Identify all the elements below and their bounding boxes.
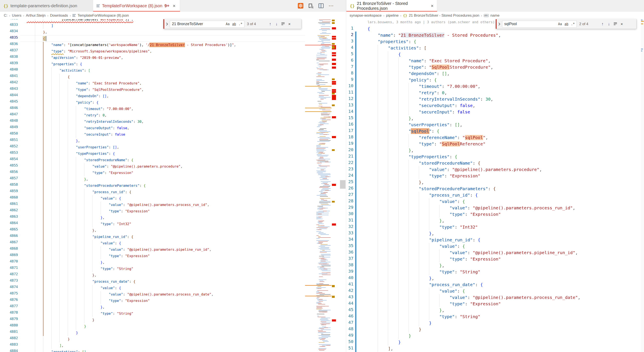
line-number[interactable]: 4838 [3,55,18,59]
regex-toggle[interactable]: .* [570,22,576,27]
code-line[interactable]: 4845 "policy": { [0,99,305,106]
code-line[interactable]: 4861 "value": "@pipeline().parameters.pr… [0,202,305,208]
line-number[interactable]: 4875 [3,291,18,295]
code-line[interactable]: 4851 }, [0,138,305,144]
line-number[interactable]: 4849 [3,125,18,129]
toggle-replace-icon[interactable] [164,22,170,26]
code-line[interactable]: 13 "secureOutput": false, [346,102,641,109]
code-line[interactable]: 4855 "value": "@pipeline().parameters.pr… [0,163,305,170]
code-line[interactable]: 19 "type": "SqlPoolReference" [346,141,641,147]
breadcrumb-symbol[interactable]: name [490,14,500,18]
code-line[interactable]: 44 "type": "Expression" [346,301,641,307]
code-line[interactable]: 4857 }, [0,176,305,182]
code-line[interactable]: 6 "name": "Exec Stored Procedure", [346,58,641,64]
line-number[interactable]: 36 [346,249,354,255]
line-number[interactable]: 4865 [3,227,18,231]
code-line[interactable]: 18 "referenceName": "sqlPool", [346,134,641,141]
line-number[interactable]: 4852 [3,144,18,148]
code-line[interactable]: 4842 "name": "Exec Stored Procedure", [0,80,305,87]
line-number[interactable]: 4842 [3,80,18,84]
line-number[interactable]: 20 [346,147,354,152]
code-line[interactable]: 4850 "secureInput": false [0,131,305,138]
line-number[interactable]: 12 [346,96,354,101]
code-line[interactable]: 25 }, [346,179,641,185]
line-number[interactable]: 4868 [3,246,18,250]
line-number[interactable]: 18 [346,134,354,139]
line-number[interactable]: 38 [346,262,354,267]
line-number[interactable]: 34 [346,237,354,242]
code-line[interactable]: 37 "type": "Expression" [346,256,641,262]
line-number[interactable]: 21 [346,154,354,159]
line-number[interactable]: 14 [346,109,354,114]
line-number[interactable]: 51 [346,345,354,350]
prettify-json-icon[interactable] [298,3,304,9]
code-line[interactable]: 39 "type": "String" [346,269,641,275]
line-number[interactable]: 4883 [3,342,18,346]
line-number[interactable]: 4836 [3,42,18,46]
line-number[interactable]: 4863 [3,214,18,219]
code-line[interactable]: 4884 "annotations": [] [0,349,305,352]
line-number[interactable]: 17 [346,128,354,133]
code-line[interactable]: 40 }, [346,275,641,281]
open-search-editor-icon[interactable] [308,3,314,9]
code-line[interactable]: 20 }, [346,147,641,154]
code-line[interactable]: 38 }, [346,262,641,269]
code-line[interactable]: 4868 "value": "@pipeline().parameters.pi… [0,246,305,253]
line-number[interactable]: 4840 [3,67,18,71]
code-line[interactable]: 17 "sqlPool": { [346,128,641,134]
line-number[interactable]: 4861 [3,202,18,206]
line-number[interactable]: 4848 [3,119,18,123]
breadcrumb-item[interactable]: Arthur.Steijn [26,14,46,18]
code-line[interactable]: 4876 "type": "Expression" [0,298,305,304]
code-line[interactable]: 4863 }, [0,214,305,221]
code-line[interactable]: 4859 "process_run_id": { [0,189,305,195]
code-line[interactable]: 31 }, [346,217,641,224]
code-line[interactable]: 7 "type": "SqlPoolStoredProcedure", [346,64,641,70]
code-line[interactable]: 4838 "apiVersion": "2019-06-01-preview", [0,55,305,61]
code-line[interactable]: 29 "value": "@pipeline().parameters.proc… [346,205,641,211]
code-line[interactable]: 4852 "userProperties": [], [0,144,305,151]
find-input[interactable]: sqlPool Aa ab .* [502,21,577,28]
line-number[interactable]: 4 [346,45,354,50]
line-number[interactable]: 4873 [3,278,18,282]
line-number[interactable]: 13 [346,102,354,108]
line-number[interactable]: 4837 [3,48,18,52]
code-line[interactable]: 4836 "name": "[concat(parameters('worksp… [0,42,305,48]
line-number[interactable]: 31 [346,217,354,223]
line-number[interactable]: 4846 [3,106,18,110]
line-number[interactable]: 24 [346,173,354,178]
code-line[interactable]: 22 "storedProcedureName": { [346,160,641,166]
code-line[interactable]: 33 }, [346,230,641,237]
code-line[interactable]: 48 } [346,326,641,332]
code-line[interactable]: 42 "value": { [346,288,641,294]
code-line[interactable]: 4870 }, [0,259,305,266]
code-line[interactable]: 4 "activities": [ [346,45,641,51]
line-number[interactable]: 4854 [3,157,18,161]
line-number[interactable]: 3 [346,38,354,44]
breadcrumb-item[interactable]: synapse-workspace [350,14,382,18]
regex-toggle[interactable]: .* [238,22,243,27]
code-line[interactable]: 4872 }, [0,272,305,278]
line-number[interactable]: 4878 [3,310,18,314]
close-find-icon[interactable]: × [286,22,293,27]
line-number[interactable]: 4872 [3,272,18,276]
line-number[interactable]: 4839 [3,61,18,65]
line-number[interactable]: 4832 [3,19,18,20]
tab-templateforworkspace[interactable]: TemplateForWorkspace (8).json 9+ × [93,0,180,12]
minimap-left[interactable] [305,19,332,352]
code-line[interactable]: 4866 "pipeline_run_id": { [0,234,305,240]
code-line[interactable]: 4881 } [0,330,305,336]
line-number[interactable]: 4835 [3,35,18,40]
previous-match-icon[interactable]: ↑ [600,22,606,27]
line-number[interactable]: 42 [346,288,354,293]
line-number[interactable]: 4858 [3,182,18,187]
editor-right[interactable]: lars.bouwens, 3 months ago | 3 authors (… [346,19,641,352]
code-line[interactable]: 43 "value": "@pipeline().parameters.proc… [346,294,641,301]
code-line[interactable]: 24 "type": "Expression" [346,173,641,179]
line-number[interactable]: 4856 [3,170,18,174]
line-number[interactable]: 11 [346,90,354,95]
line-number[interactable]: 4871 [3,266,18,270]
line-number[interactable]: 4879 [3,317,18,321]
close-icon[interactable]: × [173,3,176,9]
line-number[interactable]: 4834 [3,29,18,33]
